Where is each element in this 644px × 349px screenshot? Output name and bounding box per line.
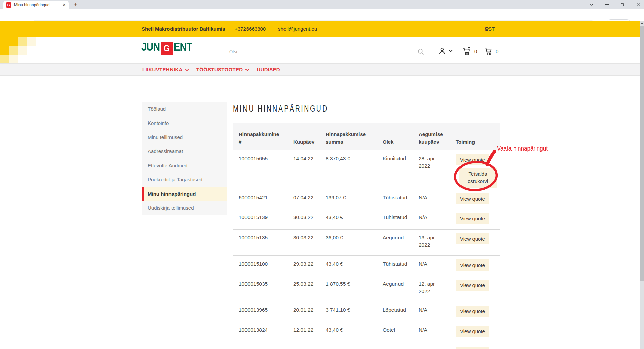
logo-mark: G <box>161 42 173 55</box>
date-cell: 30.03.22 <box>293 230 326 255</box>
quote-cart[interactable]: 0 <box>463 47 477 55</box>
sum-cell: 36,00 € <box>326 230 383 255</box>
nav-item-uudised[interactable]: UUDISED <box>257 67 280 72</box>
page-scrollbar[interactable] <box>640 21 644 349</box>
status-cell: Ootel <box>383 322 419 343</box>
phone-link[interactable]: +3726663800 <box>235 21 266 37</box>
account-sidebar: TöölaudKontoinfoMinu tellimusedAadressir… <box>142 102 227 215</box>
shopping-cart[interactable]: 0 <box>484 47 498 55</box>
search-submit[interactable] <box>415 48 427 55</box>
view-quote-button[interactable]: View quote <box>456 154 489 165</box>
view-quote-button[interactable]: View quote <box>456 233 489 244</box>
date-cell: 25.03.22 <box>293 276 326 302</box>
site-favicon: G <box>6 2 11 8</box>
actions-cell: View quote <box>456 189 500 209</box>
quote-row: 100001503525.03.221 870,55 €Aegunud12. a… <box>233 276 500 302</box>
sum-cell: 8 370,43 € <box>326 150 383 189</box>
search-icon <box>418 48 424 55</box>
quote-row: 600001542107.04.22139,07 €TühistatudN/AV… <box>233 189 500 209</box>
actions-cell: View quote <box>456 256 500 276</box>
expiry-cell <box>419 343 456 349</box>
browser-tab[interactable]: G Minu hinnapäringud ✕ <box>3 1 69 9</box>
quotes-table: Hinnapakkumine #KuupäevHinnapakkumise su… <box>233 123 500 349</box>
tab-close-icon[interactable]: ✕ <box>62 2 66 7</box>
status-cell: Kinnitatud <box>383 150 419 189</box>
quotes-table-body: 100001565514.04.228 370,43 €Kinnitatud28… <box>233 150 500 349</box>
sidebar-item-poekrediit-ja-tagastused[interactable]: Poekrediit ja Tagastused <box>142 173 227 187</box>
column-header: Toiming <box>456 138 500 146</box>
account-menu[interactable] <box>438 47 453 55</box>
quote-id-cell: 1000015035 <box>233 276 293 302</box>
view-quote-button[interactable]: View quote <box>456 326 489 337</box>
view-quote-button[interactable]: View quote <box>456 347 489 349</box>
move-to-cart-button[interactable]: Teisalda ostukorvi <box>459 168 497 188</box>
window-menu-chevron-icon[interactable] <box>586 0 597 9</box>
status-cell: Aegunud <box>383 230 419 255</box>
sidebar-item-töölaud[interactable]: Töölaud <box>142 102 227 116</box>
quote-id-cell: 1000015655 <box>233 150 293 189</box>
new-tab-button[interactable]: + <box>72 1 80 8</box>
quote-row: 100001513530.03.2236,00 €Aegunud13. apr … <box>233 230 500 256</box>
date-cell: 29.03.22 <box>293 256 326 276</box>
cart-count: 0 <box>496 48 498 54</box>
sidebar-item-minu-hinnapäringud[interactable]: Minu hinnapäringud <box>142 187 227 201</box>
tab-title: Minu hinnapäringud <box>14 3 60 7</box>
view-quote-button[interactable]: View quote <box>456 193 489 204</box>
date-cell: 30.03.22 <box>293 209 326 229</box>
window-minimize-button[interactable] <box>602 0 612 9</box>
scroll-up-arrow-icon[interactable] <box>640 22 644 25</box>
annotation-label: Vaata hinnapäringut <box>497 145 548 152</box>
view-quote-button[interactable]: View quote <box>456 213 489 224</box>
sum-cell: 139,07 € <box>326 189 383 209</box>
sidebar-item-minu-tellimused[interactable]: Minu tellimused <box>142 130 227 144</box>
expiry-cell: 12. apr 2022 <box>419 276 456 302</box>
view-quote-button[interactable]: View quote <box>456 306 489 317</box>
quote-id-cell: 1000015100 <box>233 256 293 276</box>
quote-row: 100001382412.01.2243,40 €OotelN/AView qu… <box>233 322 500 343</box>
window-close-button[interactable] <box>633 0 643 9</box>
sum-cell: 1 870,55 € <box>326 276 383 302</box>
logo-text-right: ENT <box>174 41 192 54</box>
sum-cell <box>326 343 383 349</box>
expiry-cell: 28. apr 2022 <box>419 150 456 189</box>
nav-item-tööstustooted[interactable]: TÖÖSTUSTOOTED <box>196 67 250 72</box>
status-cell: Lõpetatud <box>383 302 419 322</box>
page-title: MINU HINNAPÄRINGUD <box>233 104 328 114</box>
search-input[interactable] <box>223 49 415 54</box>
nav-item-liikuvtehnika[interactable]: LIIKUVTEHNIKA <box>142 67 189 72</box>
search-box <box>223 46 427 57</box>
nav-item-label: LIIKUVTEHNIKA <box>142 67 183 72</box>
jungent-logo[interactable]: JUN G ENT <box>141 40 192 55</box>
actions-cell: View quoteTeisalda ostukorvi <box>456 150 500 189</box>
status-cell <box>383 343 419 349</box>
contact-topbar: Shell Makrodistribuutor Baltikumis +3726… <box>0 21 640 37</box>
sidebar-item-ettevõtte-andmed[interactable]: Ettevõtte Andmed <box>142 159 227 173</box>
browser-toolbar: pood.jungent.eu/amasty_quote/account/ind… <box>0 9 644 21</box>
sidebar-item-kontoinfo[interactable]: Kontoinfo <box>142 116 227 130</box>
nav-item-label: UUDISED <box>257 67 280 72</box>
sidebar-item-aadressiraamat[interactable]: Aadressiraamat <box>142 144 227 159</box>
quote-id-cell: 1000015135 <box>233 230 293 255</box>
status-cell: Tühistatud <box>383 209 419 229</box>
primary-nav: LIIKUVTEHNIKATÖÖSTUSTOOTEDUUDISED <box>142 64 280 75</box>
column-header: Olek <box>383 138 419 146</box>
quote-cart-count: 0 <box>474 48 477 54</box>
view-quote-button[interactable]: View quote <box>456 259 489 271</box>
actions-cell: View quote <box>456 302 500 322</box>
sum-cell: 43,40 € <box>326 209 383 229</box>
email-link[interactable]: shell@jungent.eu <box>278 21 317 37</box>
expiry-cell: N/A <box>419 322 456 343</box>
main-navbar: LIIKUVTEHNIKATÖÖSTUSTOOTEDUUDISED <box>0 63 640 76</box>
window-restore-button[interactable] <box>617 0 628 9</box>
expiry-cell: 13. apr 2022 <box>419 230 456 255</box>
sidebar-item-uudiskirja-tellimused[interactable]: Uudiskirja tellimused <box>142 201 227 215</box>
column-header: Aegumise kuupäev <box>419 131 456 146</box>
quote-id-cell: 1000013824 <box>233 322 293 343</box>
date-cell: 12.01.22 <box>293 322 326 343</box>
scrollbar-thumb[interactable] <box>640 26 644 281</box>
nav-item-label: TÖÖSTUSTOOTED <box>196 67 243 72</box>
language-code: EST <box>485 21 495 37</box>
quote-id-cell: 1000015139 <box>233 209 293 229</box>
language-selector[interactable]: EST <box>485 21 489 37</box>
view-quote-button[interactable]: View quote <box>456 280 489 291</box>
